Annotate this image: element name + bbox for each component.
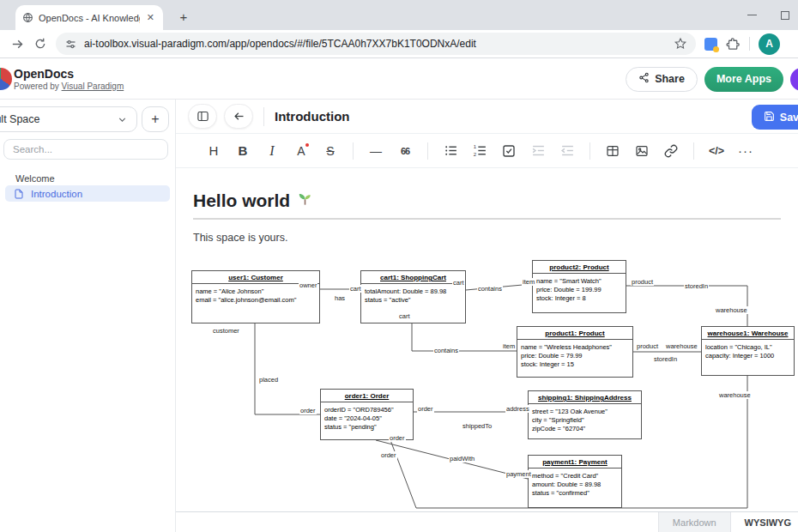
extension-icon[interactable] — [704, 38, 717, 51]
uml-object-attributes: location = "Chicago, IL"capacity: Intege… — [702, 340, 794, 364]
search-input[interactable] — [3, 139, 168, 160]
task-list-button[interactable] — [495, 139, 523, 163]
forward-icon[interactable] — [10, 37, 25, 51]
tab-close-icon[interactable]: ✕ — [145, 12, 156, 23]
browser-tab-bar: OpenDocs - AI Knowledge Base ✕ + — [0, 0, 798, 30]
sidebar-items: Introduction — [5, 185, 170, 202]
uml-edge-label: product — [636, 342, 659, 350]
table-button[interactable] — [599, 139, 626, 163]
document-icon — [14, 189, 24, 199]
bold-button[interactable]: B — [229, 139, 257, 163]
font-color-button[interactable]: A — [287, 139, 315, 163]
uml-object-payment1: payment1: Paymentmethod = "Credit Card"a… — [528, 455, 622, 508]
space-selector[interactable]: Default Space — [0, 106, 137, 132]
uml-object-title: shipping1: ShippingAddress — [529, 391, 641, 404]
bullet-list-button[interactable] — [437, 139, 464, 163]
doc-content[interactable]: Hello world This space is yours. user1: … — [176, 168, 798, 511]
edge-contains-product1 — [412, 323, 517, 351]
uml-object-title: cart1: ShoppingCart — [361, 271, 465, 284]
toggle-sidebar-button[interactable] — [188, 104, 217, 129]
mode-tab-markdown[interactable]: Markdown — [658, 512, 730, 532]
uml-edge-label: cart — [452, 279, 465, 287]
uml-object-attributes: totalAmount: Double = 89.98status = "act… — [361, 284, 465, 308]
header-divider — [263, 107, 264, 126]
mode-tab-wysiwyg[interactable]: WYSIWYG — [730, 512, 798, 532]
new-tab-button[interactable]: + — [173, 8, 194, 28]
url-text[interactable]: ai-toolbox.visual-paradigm.com/app/opend… — [84, 38, 667, 50]
italic-button[interactable]: I — [258, 139, 286, 163]
uml-diagram[interactable]: user1: Customername = "Alice Johnson"ema… — [176, 168, 798, 511]
strikethrough-button[interactable]: S — [317, 139, 344, 163]
ordered-list-button[interactable]: 12 — [466, 139, 493, 163]
browser-tab[interactable]: OpenDocs - AI Knowledge Base ✕ — [15, 5, 163, 30]
address-bar[interactable]: ai-toolbox.visual-paradigm.com/app/opend… — [56, 33, 696, 55]
uml-edge-label: order — [389, 434, 406, 442]
blockquote-button[interactable]: 66 — [391, 139, 419, 163]
tab-title: OpenDocs - AI Knowledge Base — [39, 13, 140, 23]
add-space-button[interactable]: + — [142, 106, 169, 132]
more-apps-button[interactable]: More Apps — [704, 67, 783, 92]
uml-object-warehouse1: warehouse1: Warehouselocation = "Chicago… — [701, 326, 795, 376]
uml-object-user1: user1: Customername = "Alice Johnson"ema… — [191, 270, 320, 323]
image-button[interactable] — [628, 139, 656, 163]
extensions-puzzle-icon[interactable] — [726, 37, 741, 51]
sidebar-section-label: Welcome — [15, 173, 55, 184]
uml-object-cart1: cart1: ShoppingCarttotalAmount: Double =… — [360, 270, 466, 323]
toolbar-divider — [589, 142, 590, 160]
browser-profile-avatar[interactable]: A — [759, 33, 780, 55]
window-minimize-icon[interactable] — [747, 15, 757, 15]
doc-title: Introduction — [275, 109, 349, 124]
visual-paradigm-link[interactable]: Visual Paradigm — [62, 82, 124, 91]
uml-edge-label: item — [522, 278, 535, 286]
uml-edge-label: warehouse — [715, 306, 748, 314]
outdent-button[interactable] — [553, 139, 581, 163]
save-icon — [764, 111, 775, 124]
favicon-globe-icon — [22, 12, 33, 23]
toolbar-divider — [693, 142, 694, 160]
indent-button[interactable] — [524, 139, 552, 163]
uml-edge-label: customer — [212, 327, 240, 335]
uml-object-title: product1: Product — [517, 327, 632, 340]
uml-object-shipping1: shipping1: ShippingAddressstreet = "123 … — [528, 390, 642, 439]
user-avatar[interactable] — [790, 68, 798, 91]
toolbar-divider — [353, 142, 354, 160]
uml-edge-label: paidWith — [449, 455, 475, 462]
uml-edge-label: cart — [349, 285, 362, 293]
uml-object-attributes: name = "Wireless Headphones"price: Doubl… — [517, 340, 632, 372]
hr-button[interactable]: — — [362, 139, 390, 163]
uml-object-title: warehouse1: Warehouse — [702, 327, 794, 340]
uml-edge-label: storedIn — [684, 282, 709, 290]
uml-edge-label: warehouse — [718, 391, 752, 399]
sidebar: Default Space + Welcome Introduction — [0, 100, 176, 532]
back-button[interactable] — [224, 104, 253, 129]
powered-by: Powered by Visual Paradigm — [14, 82, 124, 91]
bookmark-star-icon[interactable] — [674, 37, 687, 51]
edge-placed — [255, 323, 320, 414]
uml-object-attributes: street = "123 Oak Avenue"city = "Springf… — [529, 404, 641, 437]
uml-object-title: payment1: Payment — [529, 456, 621, 469]
svg-text:1: 1 — [473, 144, 476, 149]
uml-edge-label: address — [505, 405, 530, 413]
uml-edge-label: order — [380, 451, 397, 459]
sidebar-item-introduction[interactable]: Introduction — [5, 185, 170, 202]
uml-object-title: order1: Order — [321, 390, 413, 402]
refresh-icon[interactable] — [33, 37, 47, 51]
window-maximize-icon[interactable] — [781, 11, 789, 20]
uml-edge-label: contains — [477, 285, 503, 293]
heading-button[interactable]: H — [200, 139, 227, 163]
uml-object-product2: product2: Productname = "Smart Watch"pri… — [532, 260, 626, 313]
code-button[interactable]: </> — [703, 139, 730, 163]
editor-status-bar: MarkdownWYSIWYG — [176, 511, 798, 532]
uml-object-attributes: name = "Smart Watch"price: Double = 199.… — [533, 274, 626, 306]
doc-header: Introduction Save — [176, 100, 798, 134]
sidebar-item-label: Introduction — [31, 189, 82, 199]
more-button[interactable]: ··· — [732, 139, 759, 163]
link-button[interactable] — [657, 139, 685, 163]
save-button[interactable]: Save — [752, 105, 798, 130]
site-settings-icon[interactable] — [64, 38, 77, 51]
uml-object-order1: order1: OrderorderID = "ORD789456"date =… — [320, 389, 414, 440]
uml-edge-label: payment — [505, 470, 532, 478]
toolbar-divider — [427, 142, 428, 160]
uml-edge-label: warehouse — [665, 342, 698, 350]
share-button[interactable]: Share — [626, 67, 698, 92]
